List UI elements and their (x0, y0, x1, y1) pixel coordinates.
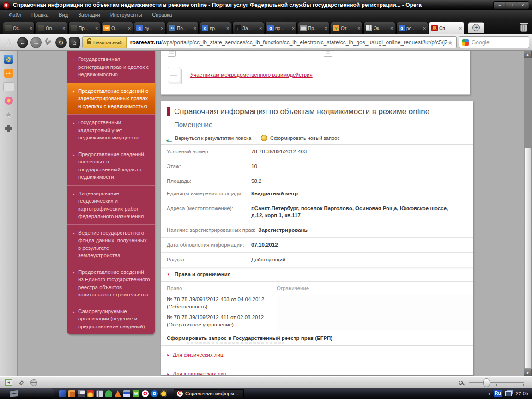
tab-close-icon[interactable]: × (128, 26, 131, 31)
quick-launch-icon[interactable] (59, 390, 66, 397)
home-button[interactable]: ⌂ (69, 37, 80, 48)
browser-status-bar: ◄ ⇄ (0, 376, 532, 388)
sidebar-item-registration[interactable]: ► Государственная регистрация прав и сде… (67, 51, 155, 83)
restore-button[interactable]: □ (506, 2, 517, 8)
detail-value: г.Санкт-Петербург, поселок Парголово, Ос… (251, 205, 461, 219)
sidebar-item-registered-rights[interactable]: ► Предоставление сведений о зарегистриро… (67, 83, 155, 115)
tab-close-icon[interactable]: × (30, 26, 32, 31)
calculator-icon[interactable] (96, 390, 103, 397)
back-to-results-link[interactable]: Вернуться к результатам поиска (167, 135, 251, 142)
tab-11[interactable]: ? От... × (331, 22, 363, 34)
forward-button[interactable]: → (30, 37, 42, 48)
interagency-link[interactable]: Участникам межведомственного взаимодейст… (190, 72, 313, 78)
quick-launch-icon[interactable] (87, 390, 94, 397)
menu-view[interactable]: Вид (54, 12, 73, 18)
secure-badge[interactable]: Безопасный (83, 37, 127, 48)
quick-launch-icon[interactable] (78, 390, 85, 397)
detail-value: 78-78-39/091/2012-403 (251, 148, 307, 155)
tab-close-icon[interactable]: × (325, 26, 327, 31)
odnoklassniki-panel-button[interactable]: ok (3, 67, 15, 79)
tray-collapse-icon[interactable]: ‹ (488, 390, 490, 397)
scroll-up-button[interactable]: ▲ (524, 51, 532, 58)
tab-8[interactable]: ↓ За... × (232, 22, 264, 34)
tab-close-icon[interactable]: × (226, 26, 229, 31)
reload-button[interactable]: ↻ (55, 37, 66, 48)
vertical-scrollbar[interactable]: ▲ ▼ (524, 51, 532, 376)
tab-1[interactable]: Ос... × (3, 22, 35, 34)
tab-close-icon[interactable]: × (390, 26, 393, 31)
sync-arrows-icon[interactable]: ⇄ (17, 378, 25, 387)
language-indicator[interactable]: Ru (494, 390, 502, 397)
opera-icon[interactable]: O (142, 390, 149, 397)
tray-window-icon[interactable] (505, 391, 512, 396)
sidebar-item-self-regulating[interactable]: ► Саморегулируемые организации (ведение … (67, 303, 155, 335)
sidebar-item-licensing[interactable]: ► Лицензирование геодезических и картогр… (67, 185, 155, 224)
menu-file[interactable]: Файл (4, 12, 26, 18)
quick-launch-icon[interactable] (160, 390, 167, 397)
tab-9[interactable]: g пр... × (265, 22, 297, 34)
tab-close-icon[interactable]: × (459, 26, 462, 31)
closed-tabs-trash-icon[interactable] (520, 24, 527, 32)
taskbar-task-button[interactable]: O Справочная информ... (174, 389, 244, 398)
individuals-link[interactable]: Для физических лиц (173, 352, 224, 357)
menu-tools[interactable]: Инструменты (105, 12, 147, 18)
rights-section-header[interactable]: ▼ Права и ограничения (161, 267, 473, 282)
bookmark-star-icon[interactable]: ★ (447, 39, 456, 46)
search-field[interactable] (459, 36, 529, 48)
minimize-button[interactable]: – (494, 2, 505, 8)
panel-toggle-icon[interactable]: ◄ (5, 379, 12, 386)
tab-3[interactable]: Пр... × (68, 22, 100, 34)
flower-panel-button[interactable] (3, 95, 15, 106)
zoom-slider[interactable] (469, 382, 524, 383)
start-button[interactable] (0, 388, 54, 399)
bluetooth-icon[interactable]: B (151, 390, 158, 397)
tab-close-icon[interactable]: × (423, 26, 426, 31)
tab-active-rosreestr[interactable]: Ж Сп... × (429, 22, 464, 34)
scroll-down-button[interactable]: ▼ (524, 369, 532, 376)
vlc-cone-icon[interactable] (115, 390, 121, 397)
tab-close-icon[interactable]: × (259, 26, 262, 31)
sidebar-item-capital-construction[interactable]: ► Предоставление сведений из Единого гос… (67, 264, 155, 303)
new-request-link[interactable]: Сформировать новый запрос (261, 135, 340, 141)
menu-help[interactable]: Справка (147, 12, 177, 18)
legal-entities-link[interactable]: Для юридических лиц (173, 371, 227, 375)
tab-close-icon[interactable]: × (292, 26, 295, 31)
tab-close-icon[interactable]: × (95, 26, 98, 31)
search-input[interactable] (472, 39, 526, 46)
tab-7[interactable]: g пр... × (200, 22, 231, 34)
star-panel-button[interactable]: ★ (3, 109, 15, 120)
close-button[interactable]: × (517, 2, 528, 8)
blank-panel-button[interactable] (3, 81, 15, 92)
add-panel-button[interactable] (3, 123, 15, 134)
tab-13[interactable]: g ро... × (396, 22, 428, 34)
zoom-slider-thumb[interactable] (483, 378, 490, 387)
tab-close-icon[interactable]: × (357, 26, 360, 31)
tab-close-icon[interactable]: × (161, 26, 163, 31)
new-tab-button[interactable]: + (472, 24, 480, 31)
tab-2[interactable]: Оп... × (36, 22, 67, 34)
sidebar-item-cadastre-info[interactable]: ► Предоставление сведений, внесенных в г… (67, 146, 155, 185)
sidebar-item-cadastral-registration[interactable]: ► Государственный кадастровый учет недви… (67, 114, 155, 146)
tab-4[interactable]: ok О... × (101, 22, 133, 34)
floppy-disk-icon[interactable] (123, 390, 130, 397)
quick-launch-icon[interactable] (105, 390, 112, 397)
back-button[interactable]: ← (17, 37, 28, 48)
mail-panel-button[interactable]: @ (3, 54, 15, 65)
quick-launch-icon[interactable]: W (133, 390, 139, 397)
tab-close-icon[interactable]: × (193, 26, 196, 31)
tab-5[interactable]: g лу... × (134, 22, 166, 34)
globe-icon[interactable] (30, 379, 37, 386)
menu-bookmarks[interactable]: Закладки (73, 12, 105, 18)
url-field[interactable]: Безопасный rosreestr.ru/wps/portal/p/cc_… (82, 36, 457, 48)
bookmarks-star-icon[interactable]: ☆ (3, 37, 15, 48)
menu-edit[interactable]: Правка (26, 12, 54, 18)
sidebar-item-land-fund[interactable]: ► Ведение государственного фонда данных,… (67, 224, 155, 264)
tab-close-icon[interactable]: × (62, 26, 65, 31)
tab-6[interactable]: В По... × (167, 22, 199, 34)
wrench-icon[interactable] (44, 37, 53, 48)
tab-12[interactable]: Эк... × (363, 22, 395, 34)
tab-10[interactable]: Пр... × (298, 22, 330, 34)
quick-launch-icon[interactable] (68, 390, 75, 397)
magnifier-icon[interactable] (459, 381, 463, 385)
scrollbar-thumb[interactable] (524, 148, 531, 369)
